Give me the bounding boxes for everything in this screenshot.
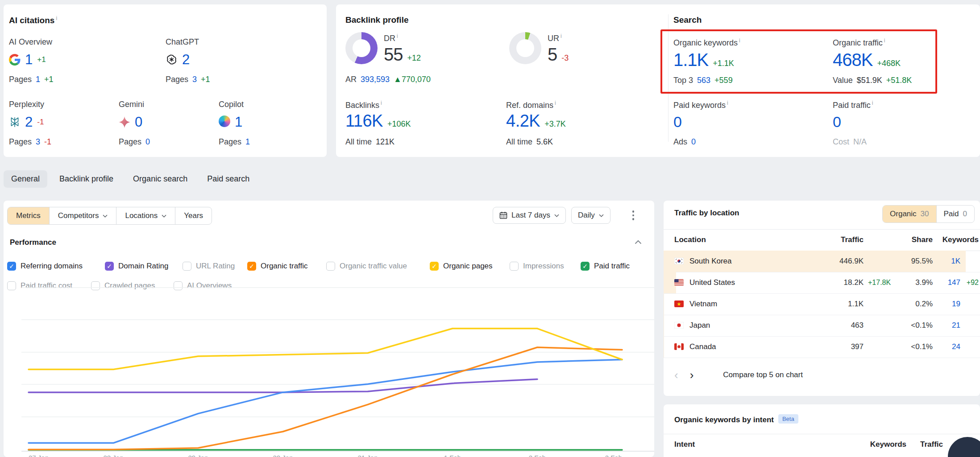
column-intent: Intent bbox=[674, 434, 695, 455]
location-row-canada[interactable]: Canada397<0.1%24 bbox=[664, 336, 980, 358]
top3-label: Top 3 bbox=[673, 76, 693, 85]
ai-citations-title: AI citationsi bbox=[9, 15, 57, 25]
traffic-value: 397 bbox=[851, 336, 864, 358]
gemini-icon bbox=[119, 116, 130, 128]
checkbox-organic-pages[interactable]: ✓Organic pages bbox=[430, 261, 493, 271]
granularity-button[interactable]: Daily bbox=[571, 207, 610, 224]
top3-delta: +559 bbox=[714, 76, 733, 85]
organic-keywords-value[interactable]: 1.1K bbox=[673, 51, 708, 69]
segment-years[interactable]: Years bbox=[175, 207, 212, 224]
dr-delta: +12 bbox=[407, 54, 421, 63]
ai-item-value[interactable]: 1 bbox=[235, 115, 242, 129]
share-highlight bbox=[664, 293, 664, 315]
tab-backlink-profile[interactable]: Backlink profile bbox=[52, 170, 121, 188]
location-row-united-states[interactable]: United States18.2K+17.8K3.9%147+92 bbox=[664, 272, 980, 294]
chatgpt-icon bbox=[166, 54, 178, 66]
column-share: Share bbox=[912, 229, 933, 251]
info-icon[interactable]: i bbox=[56, 15, 57, 21]
x-tick-label: 27 Jan bbox=[29, 454, 49, 457]
share-value: <0.1% bbox=[911, 315, 933, 336]
backlinks-value[interactable]: 116K bbox=[345, 112, 383, 129]
checkbox-box bbox=[183, 262, 191, 271]
ar-value[interactable]: 393,593 bbox=[361, 75, 390, 84]
location-row-south-korea[interactable]: South Korea446.9K95.5%1K bbox=[664, 251, 980, 272]
flag-kr-icon bbox=[674, 258, 684, 264]
pages-label: Pages bbox=[9, 75, 32, 84]
backlink-profile-title: Backlink profile bbox=[345, 15, 409, 25]
tab-paid-search[interactable]: Paid search bbox=[199, 170, 257, 188]
ai-item-value[interactable]: 2 bbox=[25, 115, 33, 129]
paid-keywords-value[interactable]: 0 bbox=[673, 114, 682, 129]
ai-item-value[interactable]: 2 bbox=[182, 53, 190, 66]
pages-value[interactable]: 0 bbox=[145, 137, 150, 147]
info-icon[interactable]: i bbox=[872, 100, 873, 106]
share-value: <0.1% bbox=[911, 336, 933, 358]
date-range-button[interactable]: Last 7 days bbox=[493, 207, 566, 224]
x-tick-label: 28 Jan bbox=[103, 454, 123, 457]
tab-general[interactable]: General bbox=[4, 170, 47, 188]
next-page-button[interactable]: › bbox=[690, 369, 694, 381]
x-tick-label: 1 Feb bbox=[444, 454, 461, 457]
share-value: 0.2% bbox=[915, 293, 933, 315]
ref-domains-value[interactable]: 4.2K bbox=[506, 112, 540, 129]
pages-value[interactable]: 1 bbox=[36, 75, 40, 84]
ads-value[interactable]: 0 bbox=[691, 137, 696, 147]
flag-ca-icon bbox=[674, 343, 684, 350]
info-icon[interactable]: i bbox=[381, 100, 382, 106]
location-row-japan[interactable]: Japan463<0.1%21 bbox=[664, 315, 980, 337]
checkbox-impressions[interactable]: Impressions bbox=[510, 261, 564, 271]
ur-value: 5 bbox=[548, 45, 557, 63]
keywords-link[interactable]: 19 bbox=[952, 293, 960, 315]
filter-segmented-control: MetricsCompetitorsLocationsYears bbox=[7, 207, 212, 225]
segment-locations[interactable]: Locations bbox=[116, 207, 175, 224]
ai-item-label-gemini: Gemini bbox=[119, 100, 144, 109]
checkbox-organic-traffic-value[interactable]: Organic traffic value bbox=[326, 261, 407, 271]
dr-value: 55 bbox=[384, 45, 403, 63]
pages-value[interactable]: 3 bbox=[192, 75, 197, 84]
toggle-paid[interactable]: Paid0 bbox=[936, 206, 975, 222]
info-icon[interactable]: i bbox=[397, 33, 398, 39]
ref-domains-label: Ref. domainsi bbox=[506, 100, 556, 110]
traffic-value: 463 bbox=[851, 315, 864, 336]
top3-value[interactable]: 563 bbox=[697, 76, 710, 85]
checkbox-url-rating[interactable]: URL Rating bbox=[183, 261, 235, 271]
organic-traffic-value[interactable]: 468K bbox=[833, 51, 872, 69]
info-icon[interactable]: i bbox=[884, 37, 885, 44]
info-icon[interactable]: i bbox=[555, 100, 556, 106]
segment-metrics[interactable]: Metrics bbox=[8, 207, 50, 224]
keywords-link[interactable]: 147 bbox=[948, 272, 960, 293]
checkbox-organic-traffic[interactable]: ✓Organic traffic bbox=[247, 261, 308, 271]
segment-competitors[interactable]: Competitors bbox=[50, 207, 117, 224]
info-icon[interactable]: i bbox=[739, 37, 740, 44]
location-name: South Korea bbox=[689, 251, 732, 272]
ai-item-value[interactable]: 1 bbox=[25, 53, 33, 66]
ref-domains-alltime-value: 5.6K bbox=[536, 137, 553, 147]
collapse-chevron-icon[interactable] bbox=[635, 240, 642, 244]
info-icon[interactable]: i bbox=[727, 100, 728, 106]
more-options-button[interactable] bbox=[627, 207, 639, 224]
checkbox-domain-rating[interactable]: ✓Domain Rating bbox=[105, 261, 168, 271]
share-value: 3.9% bbox=[915, 272, 933, 293]
compare-top5-link[interactable]: Compare top 5 on chart bbox=[723, 371, 803, 379]
backlinks-label: Backlinksi bbox=[345, 100, 382, 110]
keywords-link[interactable]: 1K bbox=[951, 251, 960, 272]
ai-item-value[interactable]: 0 bbox=[135, 115, 142, 129]
pages-value[interactable]: 1 bbox=[245, 137, 250, 147]
ar-change: ▲770,070 bbox=[394, 75, 431, 84]
paid-traffic-value[interactable]: 0 bbox=[833, 114, 841, 129]
keywords-link[interactable]: 24 bbox=[952, 336, 960, 358]
toggle-organic[interactable]: Organic30 bbox=[883, 206, 936, 222]
location-row-vietnam[interactable]: Vietnam1.1K0.2%19 bbox=[664, 293, 980, 315]
info-icon[interactable]: i bbox=[561, 33, 562, 39]
x-tick-label: 2 Feb bbox=[529, 454, 546, 457]
traffic-by-location-title: Traffic by location bbox=[674, 209, 739, 218]
checkbox-referring-domains[interactable]: ✓Referring domains bbox=[7, 261, 83, 271]
ar-label: AR bbox=[345, 75, 357, 84]
pages-value[interactable]: 3 bbox=[36, 137, 40, 147]
checkbox-paid-traffic[interactable]: ✓Paid traffic bbox=[581, 261, 630, 271]
prev-page-button[interactable]: ‹ bbox=[674, 369, 678, 381]
chevron-down-icon bbox=[554, 214, 559, 217]
ai-item-label-copilot: Copilot bbox=[219, 100, 244, 109]
tab-organic-search[interactable]: Organic search bbox=[125, 170, 195, 188]
keywords-link[interactable]: 21 bbox=[952, 315, 960, 336]
